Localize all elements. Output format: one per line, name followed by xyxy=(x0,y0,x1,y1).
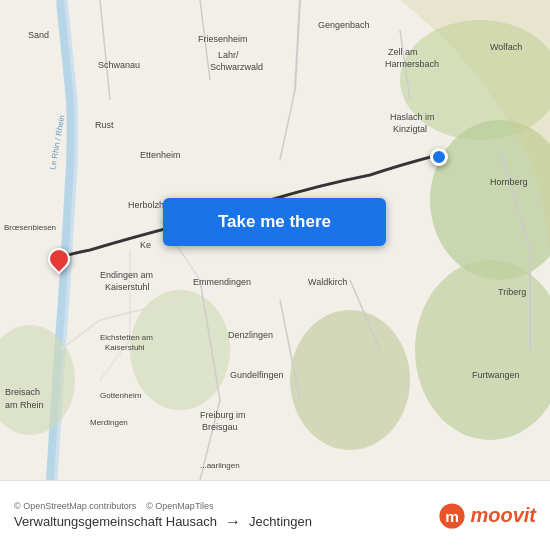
svg-text:Lahr/: Lahr/ xyxy=(218,50,239,60)
origin-marker xyxy=(48,248,70,276)
svg-text:Waldkirch: Waldkirch xyxy=(308,277,347,287)
svg-text:Haslach im: Haslach im xyxy=(390,112,435,122)
svg-text:Triberg: Triberg xyxy=(498,287,526,297)
svg-text:Friesenheim: Friesenheim xyxy=(198,34,248,44)
svg-text:Rust: Rust xyxy=(95,120,114,130)
moovit-brand-text: moovit xyxy=(470,504,536,527)
svg-text:Schwarzwald: Schwarzwald xyxy=(210,62,263,72)
svg-text:Ettenheim: Ettenheim xyxy=(140,150,181,160)
attribution: © OpenStreetMap contributors © OpenMapTi… xyxy=(14,501,312,511)
svg-text:Brœsenbiesen: Brœsenbiesen xyxy=(4,223,56,232)
svg-text:...aarlingen: ...aarlingen xyxy=(200,461,240,470)
svg-text:Endingen am: Endingen am xyxy=(100,270,153,280)
map-container: Sand Schwanau Friesenheim Lahr/ Schwarzw… xyxy=(0,0,550,480)
footer-left: © OpenStreetMap contributors © OpenMapTi… xyxy=(14,501,312,531)
svg-text:Furtwangen: Furtwangen xyxy=(472,370,520,380)
svg-text:Emmendingen: Emmendingen xyxy=(193,277,251,287)
route-info: Verwaltungsgemeinschaft Hausach → Jechti… xyxy=(14,513,312,531)
svg-text:Wolfach: Wolfach xyxy=(490,42,522,52)
take-me-there-button[interactable]: Take me there xyxy=(163,198,386,246)
svg-text:m: m xyxy=(446,507,460,524)
svg-text:Kaiserstuhl: Kaiserstuhl xyxy=(105,343,145,352)
svg-text:Schwanau: Schwanau xyxy=(98,60,140,70)
route-from: Verwaltungsgemeinschaft Hausach xyxy=(14,514,217,529)
svg-text:Hornberg: Hornberg xyxy=(490,177,528,187)
svg-text:Freiburg im: Freiburg im xyxy=(200,410,246,420)
svg-point-6 xyxy=(290,310,410,450)
svg-text:Kinzigtal: Kinzigtal xyxy=(393,124,427,134)
svg-text:am Rhein: am Rhein xyxy=(5,400,44,410)
svg-text:Denzlingen: Denzlingen xyxy=(228,330,273,340)
svg-text:Gengenbach: Gengenbach xyxy=(318,20,370,30)
svg-text:Kaiserstuhl: Kaiserstuhl xyxy=(105,282,150,292)
svg-text:Sand: Sand xyxy=(28,30,49,40)
route-arrow-icon: → xyxy=(225,513,241,531)
svg-text:Ke: Ke xyxy=(140,240,151,250)
moovit-logo: m moovit xyxy=(438,502,536,530)
svg-text:Gundelfingen: Gundelfingen xyxy=(230,370,284,380)
svg-text:Gottenheim: Gottenheim xyxy=(100,391,142,400)
openmaptiles-attribution: © OpenMapTiles xyxy=(146,501,213,511)
moovit-icon: m xyxy=(438,502,466,530)
svg-text:Breisgau: Breisgau xyxy=(202,422,238,432)
footer: © OpenStreetMap contributors © OpenMapTi… xyxy=(0,480,550,550)
svg-text:Eichstetten am: Eichstetten am xyxy=(100,333,153,342)
osm-attribution: © OpenStreetMap contributors xyxy=(14,501,136,511)
route-to: Jechtingen xyxy=(249,514,312,529)
svg-text:Zell am: Zell am xyxy=(388,47,418,57)
svg-text:Merdingen: Merdingen xyxy=(90,418,128,427)
destination-marker xyxy=(430,148,448,166)
svg-text:Breisach: Breisach xyxy=(5,387,40,397)
svg-text:Harmersbach: Harmersbach xyxy=(385,59,439,69)
